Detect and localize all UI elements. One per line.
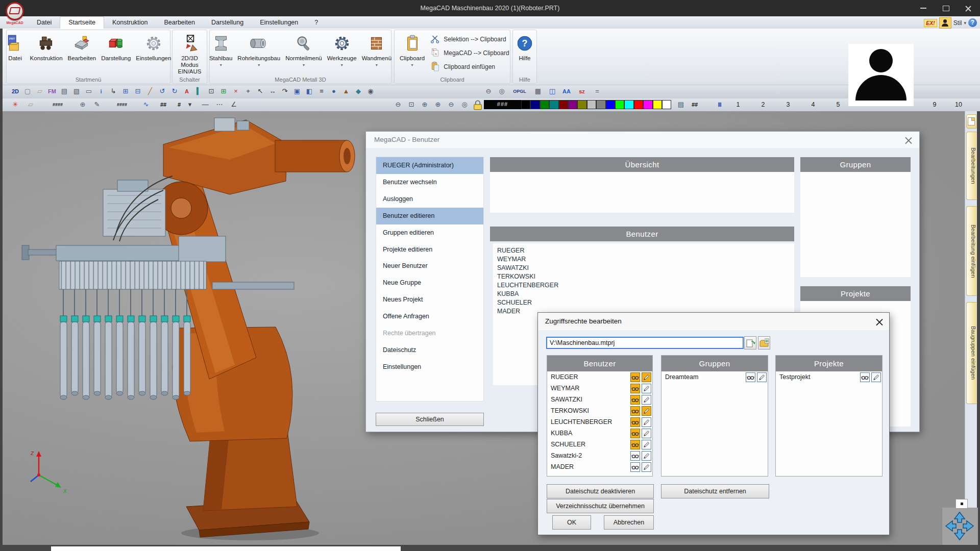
dropdown-icon[interactable]: ▾ [184,99,195,110]
view-number-2[interactable]: 2 [757,99,769,110]
ok-button[interactable]: OK [552,515,591,530]
close-icon[interactable] [905,136,912,143]
rotate-icon[interactable]: ↷ [279,86,290,96]
glasses-icon[interactable] [746,372,755,382]
selektion-clipboard-button[interactable]: Selektion --> Clipboard [428,33,511,45]
hilfe-button[interactable]: ?Hilfe [513,31,536,63]
ex-badge[interactable]: EX! [924,19,937,27]
help-circle-icon[interactable]: ? [968,18,977,27]
dialog-titlebar[interactable]: Zugriffsrechte bearbeiten [538,313,889,330]
project-path-input[interactable]: V:\Maschinenbau.mtprj [546,337,744,349]
sidebar-item-neue-gruppe[interactable]: Neue Gruppe [376,274,483,291]
sidebar-item-gruppen-editieren[interactable]: Gruppen editieren [376,224,483,241]
bearbeiten-button[interactable]: Bearbeiten [66,31,99,63]
normteilmen--button[interactable]: Normteilmenü▾ [283,31,324,68]
pencil-icon[interactable] [642,384,651,393]
pencil-icon[interactable] [871,372,881,382]
megacad-clipboard-button[interactable]: 6MegaCAD --> Clipboard [428,47,511,59]
view-number-9[interactable]: 9 [929,99,940,110]
sidebar-item-projekte-editieren[interactable]: Projekte editieren [376,241,483,258]
view-number-4[interactable]: 4 [807,99,819,110]
zoom-out-icon[interactable]: ⊖ [393,99,404,110]
zoom-minus-icon[interactable]: ⊖ [446,99,457,110]
glasses-icon[interactable] [630,429,640,438]
add-folder-button[interactable] [758,336,770,349]
side-tab-bearbeitung-einf-gen[interactable]: Bearbeitung einfügen [966,206,976,296]
darstellung-button[interactable]: Darstellung [99,31,133,63]
hash-small-field[interactable]: ## [688,99,701,110]
color-swatch[interactable] [540,100,549,109]
color-swatch[interactable] [559,100,568,109]
crosshair-icon[interactable]: + [242,86,254,96]
zoom-all-icon[interactable]: ⊕ [419,99,430,110]
minimize-button[interactable] [916,3,931,13]
dateischutz-entfernen-button[interactable]: Dateischutz entfernen [661,484,769,498]
add-icon[interactable]: ⊕ [77,99,88,110]
color-swatch[interactable] [596,100,605,109]
zoom-redraw-icon[interactable]: ◎ [459,99,470,110]
sidebar-item-ausloggen[interactable]: Ausloggen [376,191,483,208]
color-swatch[interactable] [606,100,615,109]
columns-icon[interactable]: Ⅲ [714,99,725,110]
info-page-icon[interactable]: i [95,86,107,96]
redo-icon[interactable]: ↻ [169,86,180,96]
dots-icon[interactable]: ⋯ [214,99,225,110]
current-color-button[interactable]: ### [484,100,521,109]
opengl-icon[interactable]: OPGL [510,86,529,96]
status-input[interactable] [51,546,401,551]
einstellungen-button[interactable]: Einstellungen [134,31,173,63]
views-icon[interactable]: ◫ [547,86,558,96]
datei-button[interactable]: PRTDatei [4,31,27,63]
color-swatch[interactable] [615,100,624,109]
acad-icon[interactable]: A [181,86,192,96]
redraw-star-icon[interactable]: ✳ [10,99,21,110]
user-list-item[interactable]: KUBBA [497,290,794,298]
keyboard-icon[interactable]: ▤ [675,99,687,110]
user-list-item[interactable]: SAWATZKI [497,264,794,272]
hatch-field-b[interactable]: #### [108,99,136,110]
hatch-field-a[interactable]: #### [43,99,72,110]
glasses-icon[interactable] [630,395,640,405]
prt-file-icon[interactable]: FM [46,86,58,96]
pencil-icon[interactable] [642,429,651,438]
side-tab-bearbeitungen[interactable]: Bearbeitungen [966,132,976,200]
2d-3d-modus-button[interactable]: 2D/3D Modus EIN/AUS [173,31,207,76]
shade-icon[interactable]: ◎ [496,86,507,96]
side-tab-baugruppen-einf-gen[interactable]: Baugruppen einfügen [966,302,976,404]
color-swatch[interactable] [653,100,662,109]
cylinder-icon[interactable]: ◉ [365,86,376,96]
pencil-icon[interactable] [642,406,651,416]
color-swatch[interactable] [624,100,633,109]
pencil-icon[interactable] [642,462,651,472]
menu-item-einstellungen[interactable]: Einstellungen [252,17,306,29]
color-swatch[interactable] [587,100,596,109]
chevron-down-icon[interactable]: ▾ [964,20,966,26]
pencil-icon[interactable] [642,451,651,461]
pen-icon[interactable]: ✎ [91,99,103,110]
sidebar-item-benutzer-wechseln[interactable]: Benutzer wechseln [376,174,483,191]
cone-icon[interactable]: ▲ [340,86,352,96]
color-swatch[interactable] [643,100,652,109]
screen-green-icon[interactable]: ⊞ [218,86,229,96]
pencil-icon[interactable] [642,417,651,427]
view-number-5[interactable]: 5 [832,99,844,110]
undo-icon[interactable]: ↺ [157,86,168,96]
pencil-icon[interactable] [642,372,651,382]
wandmen--button[interactable]: Wandmenü▾ [360,31,394,68]
user-list-item[interactable]: TERKOWSKI [497,272,794,281]
sheet-icon[interactable]: ⊟ [132,86,143,96]
color-swatch[interactable] [530,100,540,109]
pencil-icon[interactable] [757,372,767,382]
group-icon[interactable]: ▣ [291,86,303,96]
user-badge-icon[interactable] [939,17,951,29]
print-icon[interactable]: ▤ [59,86,70,96]
sidebar-item-dateischutz[interactable]: Dateischutz [376,342,483,359]
verzeichnisschutz-uebernehmen-button[interactable]: Verzeichnisschutz übernehmen [547,499,654,513]
abbrechen-button[interactable]: Abbrechen [604,515,654,530]
render-icon[interactable]: ▦ [532,86,544,96]
pan-control[interactable] [942,508,978,545]
schliessen-button[interactable]: Schließen [376,413,484,426]
user-list-item[interactable]: RUEGER [497,246,794,255]
ruler-icon[interactable]: ▍ [193,86,205,96]
dash-icon[interactable]: — [200,99,211,110]
